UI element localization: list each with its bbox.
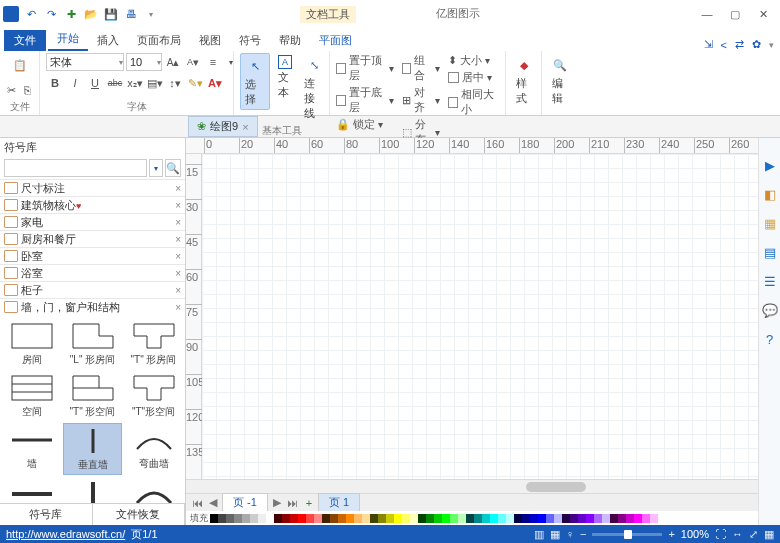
color-swatch[interactable] bbox=[298, 514, 306, 523]
page-first-icon[interactable]: ⏮ bbox=[190, 497, 204, 509]
view-mode-2-icon[interactable]: ▦ bbox=[550, 528, 560, 541]
page-tab-1[interactable]: 页 -1 bbox=[222, 493, 268, 512]
align-left-icon[interactable]: ≡ bbox=[204, 53, 222, 71]
search-dropdown-icon[interactable]: ▾ bbox=[149, 159, 163, 177]
underline-button[interactable]: U bbox=[86, 74, 104, 92]
shape-item[interactable]: 外墙 bbox=[2, 477, 61, 503]
shape-item[interactable]: 弯曲墙 bbox=[124, 423, 183, 475]
cloud-icon[interactable]: ⇄ bbox=[735, 38, 744, 51]
same-size[interactable]: 相同大小 bbox=[448, 87, 499, 117]
color-swatch[interactable] bbox=[490, 514, 498, 523]
category-item[interactable]: 浴室× bbox=[0, 264, 185, 281]
shape-item[interactable]: 房间 bbox=[2, 319, 61, 369]
color-swatch[interactable] bbox=[626, 514, 634, 523]
color-swatch[interactable] bbox=[434, 514, 442, 523]
zoom-out-icon[interactable]: − bbox=[580, 528, 586, 540]
page-last-icon[interactable]: ⏭ bbox=[286, 497, 300, 509]
subscript-icon[interactable]: x₂▾ bbox=[126, 74, 144, 92]
color-swatch[interactable] bbox=[514, 514, 522, 523]
color-swatch[interactable] bbox=[442, 514, 450, 523]
color-swatch[interactable] bbox=[402, 514, 410, 523]
status-url[interactable]: http://www.edrawsoft.cn/ bbox=[6, 528, 125, 540]
shape-item[interactable]: 空间 bbox=[2, 371, 61, 421]
panel-layout-icon[interactable]: ▤ bbox=[764, 245, 776, 260]
zoom-in-icon[interactable]: + bbox=[668, 528, 674, 540]
color-swatch[interactable] bbox=[338, 514, 346, 523]
zoom-slider[interactable] bbox=[592, 533, 662, 536]
close-icon[interactable]: × bbox=[175, 268, 181, 279]
page-prev-icon[interactable]: ◀ bbox=[206, 496, 220, 509]
color-swatch[interactable] bbox=[378, 514, 386, 523]
bold-button[interactable]: B bbox=[46, 74, 64, 92]
color-swatch[interactable] bbox=[634, 514, 642, 523]
color-swatch[interactable] bbox=[530, 514, 538, 523]
view-mode-3-icon[interactable]: ♀ bbox=[566, 528, 574, 540]
color-swatch[interactable] bbox=[610, 514, 618, 523]
bullets-icon[interactable]: ▤▾ bbox=[146, 74, 164, 92]
color-swatch[interactable] bbox=[602, 514, 610, 523]
fullscreen-icon[interactable]: ⤢ bbox=[749, 528, 758, 541]
color-swatch[interactable] bbox=[322, 514, 330, 523]
decrease-font-icon[interactable]: A▾ bbox=[184, 53, 202, 71]
maximize-button[interactable]: ▢ bbox=[728, 8, 742, 21]
font-color-icon[interactable]: A▾ bbox=[206, 74, 224, 92]
tab-layout[interactable]: 页面布局 bbox=[128, 30, 190, 51]
panel-comments-icon[interactable]: 💬 bbox=[762, 303, 778, 318]
tab-file[interactable]: 文件 bbox=[4, 30, 46, 51]
category-item[interactable]: 尺寸标注× bbox=[0, 179, 185, 196]
close-icon[interactable]: × bbox=[175, 285, 181, 296]
color-swatch[interactable] bbox=[450, 514, 458, 523]
tab-start[interactable]: 开始 bbox=[48, 28, 88, 51]
color-swatch[interactable] bbox=[266, 514, 274, 523]
group[interactable]: 组合▾ bbox=[402, 53, 441, 83]
color-swatch[interactable] bbox=[594, 514, 602, 523]
cut-icon[interactable]: ✂ bbox=[5, 81, 19, 99]
send-back[interactable]: 置于底层▾ bbox=[336, 85, 394, 115]
color-swatch[interactable] bbox=[642, 514, 650, 523]
color-swatch[interactable] bbox=[290, 514, 298, 523]
category-item[interactable]: 建筑物核心♥× bbox=[0, 196, 185, 213]
color-swatch[interactable] bbox=[346, 514, 354, 523]
tab-view[interactable]: 视图 bbox=[190, 30, 230, 51]
shape-item[interactable]: "T"形空间 bbox=[124, 371, 183, 421]
bring-front[interactable]: 置于顶层▾ bbox=[336, 53, 394, 83]
minimize-button[interactable]: — bbox=[700, 8, 714, 21]
tab-symbol-library[interactable]: 符号库 bbox=[0, 504, 93, 525]
shape-item[interactable]: "T" 形空间 bbox=[63, 371, 122, 421]
color-swatch[interactable] bbox=[314, 514, 322, 523]
export-icon[interactable]: ⇲ bbox=[704, 38, 713, 51]
color-swatch[interactable] bbox=[482, 514, 490, 523]
center[interactable]: 居中▾ bbox=[448, 70, 499, 85]
doc-tab-close-icon[interactable]: × bbox=[242, 121, 248, 133]
color-swatch[interactable] bbox=[410, 514, 418, 523]
connector-tool[interactable]: ⤡连接线 bbox=[300, 53, 328, 123]
color-swatch[interactable] bbox=[354, 514, 362, 523]
color-swatch[interactable] bbox=[330, 514, 338, 523]
color-swatch[interactable] bbox=[218, 514, 226, 523]
save-icon[interactable]: 💾 bbox=[102, 5, 120, 23]
open-icon[interactable]: 📂 bbox=[82, 5, 100, 23]
size[interactable]: ⬍大小▾ bbox=[448, 53, 499, 68]
color-swatch[interactable] bbox=[250, 514, 258, 523]
page-tab-2[interactable]: 页 1 bbox=[318, 493, 360, 512]
redo-icon[interactable]: ↷ bbox=[42, 5, 60, 23]
fit-page-icon[interactable]: ⛶ bbox=[715, 528, 726, 540]
category-item[interactable]: 家电× bbox=[0, 213, 185, 230]
new-icon[interactable]: ✚ bbox=[62, 5, 80, 23]
category-item[interactable]: 柜子× bbox=[0, 281, 185, 298]
color-swatch[interactable] bbox=[418, 514, 426, 523]
print-icon[interactable]: 🖶 bbox=[122, 5, 140, 23]
grid-toggle-icon[interactable]: ▦ bbox=[764, 528, 774, 541]
lock[interactable]: 🔒锁定▾ bbox=[336, 117, 394, 132]
select-tool[interactable]: ↖选择 bbox=[240, 53, 270, 110]
paste-icon[interactable]: 📋 bbox=[8, 53, 32, 77]
color-swatch[interactable] bbox=[234, 514, 242, 523]
color-swatch[interactable] bbox=[282, 514, 290, 523]
color-swatch[interactable] bbox=[562, 514, 570, 523]
strike-button[interactable]: abc bbox=[106, 74, 124, 92]
category-item[interactable]: 卧室× bbox=[0, 247, 185, 264]
align[interactable]: ⊞对齐▾ bbox=[402, 85, 441, 115]
drawing-canvas[interactable] bbox=[202, 154, 758, 479]
highlight-icon[interactable]: ✎▾ bbox=[186, 74, 204, 92]
ruler-vertical[interactable]: 153045607590105120135150 bbox=[186, 154, 202, 479]
